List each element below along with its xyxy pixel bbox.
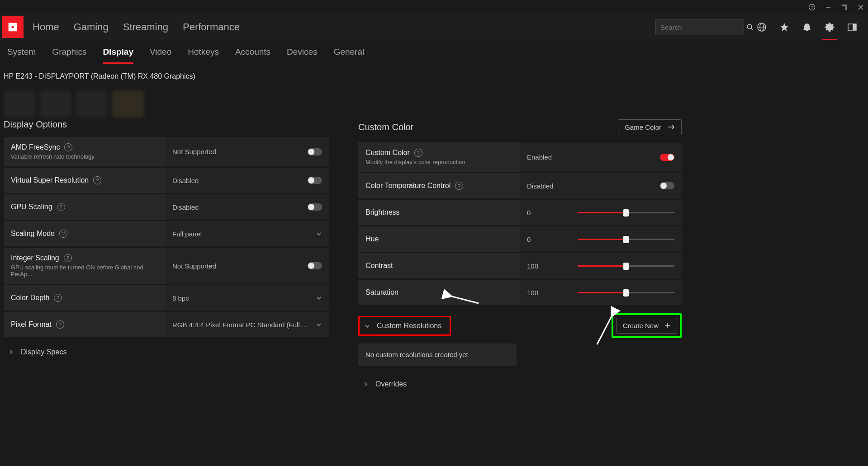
setting-value: Disabled — [520, 173, 682, 198]
slider[interactable] — [578, 265, 674, 267]
subnav-hotkeys[interactable]: Hotkeys — [188, 42, 219, 62]
setting-value[interactable]: Full panel — [165, 221, 329, 246]
chevron-down-icon — [364, 323, 370, 329]
search-input[interactable] — [660, 24, 746, 31]
setting-value[interactable]: 8 bpc — [165, 285, 329, 311]
maximize-icon[interactable] — [841, 4, 848, 11]
thumbnail-strip — [4, 90, 185, 131]
nav-streaming[interactable]: Streaming — [123, 21, 168, 33]
custom-resolutions-label: Custom Resolutions — [377, 322, 441, 330]
search-box[interactable] — [655, 19, 744, 35]
setting-label: Hue — [358, 226, 520, 252]
subnav-graphics[interactable]: Graphics — [52, 42, 86, 62]
chevron-right-icon — [8, 349, 14, 355]
subnav-accounts[interactable]: Accounts — [235, 42, 270, 62]
slider[interactable] — [578, 239, 674, 240]
create-new-label: Create New — [623, 322, 659, 329]
game-color-label: Game Color — [625, 123, 661, 131]
slider-title: Brightness — [365, 208, 400, 217]
title-bar: ? — [0, 0, 868, 14]
setting-row: GPU Scaling?Disabled — [4, 194, 329, 220]
setting-row: Color Depth?8 bpc — [4, 285, 329, 311]
game-color-button[interactable]: Game Color — [618, 119, 682, 135]
setting-title: Color Temperature Control — [365, 182, 451, 190]
nav-home[interactable]: Home — [33, 21, 59, 33]
gear-icon[interactable] — [825, 22, 835, 32]
close-icon[interactable] — [857, 4, 864, 11]
toggle[interactable] — [308, 262, 322, 269]
setting-value-text: Disabled — [527, 182, 553, 190]
overrides-expand[interactable]: Overrides — [358, 374, 682, 395]
setting-row: AMD FreeSync?Variable-refresh-rate techn… — [4, 137, 329, 166]
nav-performance[interactable]: Performance — [183, 21, 240, 33]
setting-label: Brightness — [358, 200, 520, 225]
subnav-display[interactable]: Display — [103, 42, 133, 62]
search-icon[interactable] — [746, 22, 754, 32]
setting-subtitle: Variable-refresh-rate technology — [11, 153, 158, 160]
setting-title: Custom Color — [365, 149, 410, 157]
toggle[interactable] — [308, 203, 322, 211]
setting-value-text: Not Supported — [172, 148, 216, 155]
star-icon[interactable] — [779, 22, 789, 32]
svg-point-7 — [747, 24, 752, 29]
slider-row: Contrast100 — [358, 253, 682, 278]
setting-row: Virtual Super Resolution?Disabled — [4, 168, 329, 193]
globe-icon[interactable] — [757, 22, 767, 32]
slider[interactable] — [578, 212, 674, 213]
setting-row: Integer Scaling?GPU scaling must be turn… — [4, 248, 329, 284]
subnav-devices[interactable]: Devices — [287, 42, 318, 62]
slider-row: Brightness0 — [358, 200, 682, 225]
setting-label: Virtual Super Resolution? — [4, 168, 165, 193]
amd-logo[interactable] — [2, 16, 24, 38]
slider-value: 100 — [527, 289, 541, 297]
help-icon[interactable]: ? — [54, 294, 62, 302]
setting-title: Color Depth — [11, 294, 49, 302]
setting-title: Virtual Super Resolution — [11, 176, 89, 184]
slider-row: Saturation100 — [358, 280, 682, 305]
setting-value: Disabled — [165, 194, 329, 220]
toggle[interactable] — [308, 148, 322, 155]
panel-icon[interactable] — [847, 22, 857, 32]
minimize-icon[interactable] — [825, 4, 832, 11]
help-icon[interactable]: ? — [808, 4, 816, 11]
toggle[interactable] — [660, 182, 674, 189]
display-specs-expand[interactable]: Display Specs — [4, 342, 329, 362]
setting-row: Color Temperature Control?Disabled — [358, 173, 682, 198]
setting-label: Saturation — [358, 280, 520, 305]
subnav-system[interactable]: System — [7, 42, 36, 62]
slider-title: Saturation — [365, 288, 398, 297]
help-icon[interactable]: ? — [59, 230, 67, 238]
slider-value-cell: 100 — [520, 253, 682, 278]
setting-value-text: Not Supported — [172, 262, 216, 270]
slider-value: 100 — [527, 262, 541, 270]
help-icon[interactable]: ? — [414, 149, 422, 157]
setting-value-text: Disabled — [172, 203, 199, 211]
setting-label: AMD FreeSync?Variable-refresh-rate techn… — [4, 137, 165, 166]
subnav-general[interactable]: General — [334, 42, 365, 62]
setting-value[interactable]: RGB 4:4:4 Pixel Format PC Standard (Full… — [165, 312, 329, 337]
subnav-video[interactable]: Video — [150, 42, 171, 62]
arrow-right-icon — [668, 123, 675, 131]
setting-label: Scaling Mode? — [4, 221, 165, 246]
setting-value: Not Supported — [165, 137, 329, 166]
setting-title: GPU Scaling — [11, 203, 52, 211]
bell-icon[interactable] — [802, 22, 812, 32]
svg-line-8 — [751, 28, 753, 30]
nav-gaming[interactable]: Gaming — [74, 21, 109, 33]
custom-resolutions-expand[interactable]: Custom Resolutions — [358, 316, 451, 336]
chevron-down-icon — [316, 321, 322, 328]
toggle[interactable] — [308, 177, 322, 184]
help-icon[interactable]: ? — [64, 254, 72, 262]
help-icon[interactable]: ? — [56, 320, 64, 329]
help-icon[interactable]: ? — [57, 203, 65, 211]
create-new-button[interactable]: Create New — [616, 318, 677, 334]
display-info: HP E243 - DISPLAYPORT (Radeon (TM) RX 48… — [4, 72, 864, 80]
help-icon[interactable]: ? — [93, 176, 101, 184]
toggle[interactable] — [660, 154, 674, 161]
setting-title: AMD FreeSync — [11, 143, 60, 151]
help-icon[interactable]: ? — [455, 182, 463, 190]
setting-value: Disabled — [165, 168, 329, 193]
slider[interactable] — [578, 292, 674, 293]
help-icon[interactable]: ? — [64, 143, 72, 151]
setting-row: Custom Color?Modify the display's color … — [358, 142, 682, 172]
